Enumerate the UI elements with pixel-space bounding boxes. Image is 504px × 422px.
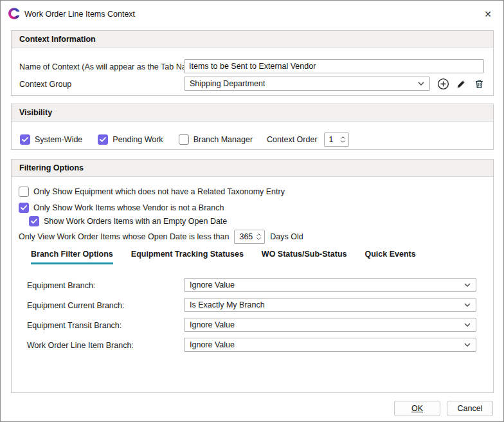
equipment-current-branch-value: Is Exactly My Branch xyxy=(190,300,265,309)
work-order-line-item-branch-dropdown[interactable]: Ignore Value xyxy=(184,338,476,352)
checkbox-box[interactable] xyxy=(29,216,39,226)
checkbox-box[interactable] xyxy=(98,134,108,145)
checkbox-label: System-Wide xyxy=(35,135,82,144)
app-logo-icon xyxy=(8,8,20,19)
ok-button[interactable]: OK xyxy=(394,401,440,416)
checkbox-box[interactable] xyxy=(179,134,189,145)
context-order-label: Context Order xyxy=(267,135,318,144)
tab-wo-status-sub-status[interactable]: WO Status/Sub-Status xyxy=(262,250,347,264)
equipment-transit-branch-value: Ignore Value xyxy=(190,320,235,329)
checkbox-label: Branch Manager xyxy=(194,135,253,144)
checkbox-label: Pending Work xyxy=(113,135,163,144)
ok-button-label: OK xyxy=(411,404,423,413)
context-name-input[interactable] xyxy=(184,59,484,73)
context-order-value: 1 xyxy=(329,135,337,144)
equipment-transit-branch-label: Equipment Transit Branch: xyxy=(27,321,122,330)
chevron-down-icon xyxy=(464,343,471,347)
checkbox-pending-work[interactable]: Pending Work xyxy=(98,134,163,145)
open-date-filter-row: Only View Work Order Items whose Open Da… xyxy=(19,230,303,244)
delete-group-icon[interactable] xyxy=(473,77,485,90)
checkbox-box[interactable] xyxy=(20,134,30,145)
tab-branch-filter-options[interactable]: Branch Filter Options xyxy=(31,250,113,264)
window-title: Work Order Line Items Context xyxy=(24,10,135,19)
context-group-dropdown[interactable]: Shipping Department xyxy=(184,77,430,91)
equipment-branch-dropdown[interactable]: Ignore Value xyxy=(184,278,476,292)
context-information-header: Context Information xyxy=(12,31,493,48)
close-icon[interactable]: ✕ xyxy=(481,7,495,21)
checkbox-system-wide[interactable]: System-Wide xyxy=(20,134,82,145)
stepper-arrows[interactable] xyxy=(253,234,264,240)
tab-quick-events[interactable]: Quick Events xyxy=(365,250,416,264)
visibility-options-row: System-Wide Pending Work Branch Manager … xyxy=(20,133,349,147)
cancel-button[interactable]: Cancel xyxy=(447,401,493,416)
edit-group-icon[interactable] xyxy=(455,77,467,90)
add-group-icon[interactable] xyxy=(437,77,449,90)
checkbox-branch-manager[interactable]: Branch Manager xyxy=(179,134,253,145)
equipment-current-branch-dropdown[interactable]: Is Exactly My Branch xyxy=(184,298,476,312)
cancel-button-label: Cancel xyxy=(458,404,483,413)
filtering-options-header: Filtering Options xyxy=(12,160,493,177)
name-of-context-label: Name of Context (As will appear as the T… xyxy=(19,62,200,71)
days-old-stepper[interactable]: 365 xyxy=(234,230,265,244)
chevron-down-icon xyxy=(464,283,471,287)
open-date-prefix-label: Only View Work Order Items whose Open Da… xyxy=(19,232,229,241)
checkbox-label: Only Show Equipment which does not have … xyxy=(33,187,285,196)
context-information-group: Context Information Name of Context (As … xyxy=(11,30,494,96)
checkbox-vendor-not-branch[interactable]: Only Show Work Items whose Vendor is not… xyxy=(19,203,224,213)
checkbox-no-related-taxonomy[interactable]: Only Show Equipment which does not have … xyxy=(19,187,285,197)
filtering-options-group: Filtering Options Only Show Equipment wh… xyxy=(11,159,494,393)
context-group-label: Context Group xyxy=(19,80,71,89)
context-group-value: Shipping Department xyxy=(190,79,265,88)
days-old-suffix-label: Days Old xyxy=(270,232,303,241)
visibility-header: Visibility xyxy=(12,104,493,122)
work-order-line-item-branch-value: Ignore Value xyxy=(190,340,235,349)
equipment-transit-branch-dropdown[interactable]: Ignore Value xyxy=(184,318,476,332)
work-order-line-item-branch-label: Work Order Line Item Branch: xyxy=(27,341,134,350)
title-bar: Work Order Line Items Context ✕ xyxy=(1,1,503,26)
equipment-branch-value: Ignore Value xyxy=(190,280,235,289)
checkbox-label: Show Work Orders Items with an Empty Ope… xyxy=(44,217,227,226)
chevron-down-icon xyxy=(418,82,424,86)
work-order-context-dialog: Work Order Line Items Context ✕ Context … xyxy=(0,0,504,422)
checkbox-label: Only Show Work Items whose Vendor is not… xyxy=(33,203,224,212)
chevron-down-icon xyxy=(464,323,471,327)
days-old-value: 365 xyxy=(239,232,253,241)
equipment-current-branch-label: Equipment Current Branch: xyxy=(27,301,124,310)
filter-tabs: Branch Filter Options Equipment Tracking… xyxy=(31,250,416,264)
chevron-down-icon xyxy=(464,303,471,307)
equipment-branch-label: Equipment Branch: xyxy=(27,281,95,290)
checkbox-box[interactable] xyxy=(19,203,29,213)
stepper-arrows[interactable] xyxy=(337,136,348,143)
tab-equipment-tracking-statuses[interactable]: Equipment Tracking Statuses xyxy=(131,250,244,264)
checkbox-box[interactable] xyxy=(19,187,29,197)
checkbox-empty-open-date[interactable]: Show Work Orders Items with an Empty Ope… xyxy=(29,216,227,226)
context-order-stepper[interactable]: 1 xyxy=(324,133,349,147)
visibility-group: Visibility System-Wide Pending Work xyxy=(11,104,494,150)
